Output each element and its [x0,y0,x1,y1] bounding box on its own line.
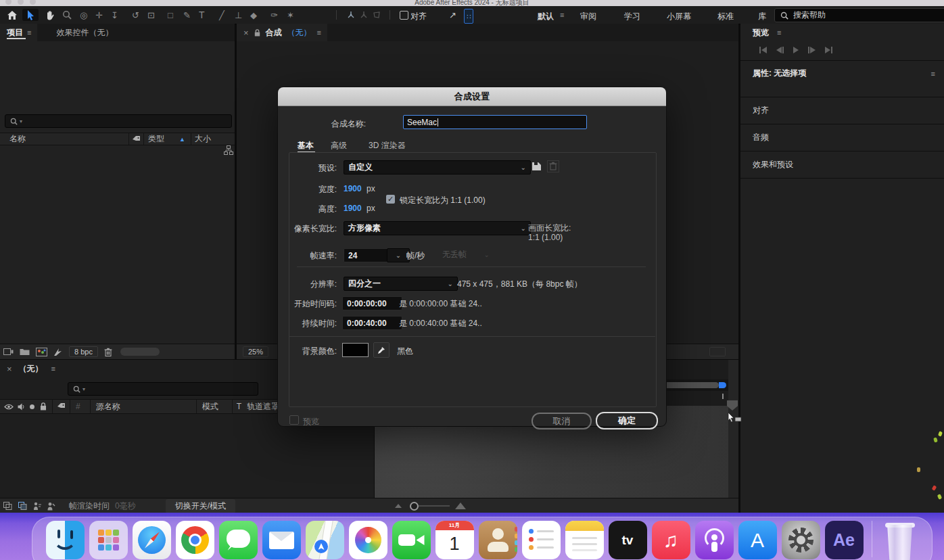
dock-reminders-icon[interactable] [522,521,561,559]
dock-photos-icon[interactable] [349,521,387,559]
dock-after-effects-icon[interactable]: Ae [825,521,864,559]
selection-tool-button[interactable] [22,9,39,21]
panel-menu-icon[interactable]: ≡ [931,70,935,78]
column-number[interactable]: # [76,402,80,411]
workspace-tab-learn[interactable]: 学习 [624,11,640,22]
snap-checkbox[interactable] [399,9,408,21]
type-tool-icon[interactable]: T [199,9,205,21]
dock-launchpad-icon[interactable] [89,521,128,559]
delete-icon[interactable] [104,348,112,356]
hand-tool-button[interactable] [43,9,57,21]
magnification-dropdown[interactable]: 25% [243,346,268,357]
first-frame-button[interactable] [759,47,767,53]
interpret-footage-icon[interactable] [53,348,62,356]
dock-mail-icon[interactable] [262,521,301,559]
dock-calendar-icon[interactable]: 11月 1 [435,521,474,559]
stamp-tool-icon[interactable]: ⊥ [235,9,242,21]
resolution-dropdown[interactable]: 四分之一⌄ [344,277,458,291]
next-frame-button[interactable] [808,47,816,53]
panel-menu-icon[interactable]: ≡ [51,365,55,373]
puppet-pin-tool-icon[interactable]: ✶ [287,9,294,21]
dock-appstore-icon[interactable]: A [738,521,777,559]
frame-rate-input[interactable]: 24 [344,248,394,262]
save-preset-icon[interactable] [531,161,542,172]
timeline-zoom-track[interactable] [419,505,450,507]
previous-frame-button[interactable] [776,47,784,53]
panel-tab-align[interactable]: 对齐 [740,97,944,124]
dock-trash-icon[interactable] [880,521,919,559]
audio-speaker-icon[interactable] [18,403,25,411]
help-search-input[interactable]: 搜索帮助 [774,8,944,22]
lock-icon[interactable] [40,402,47,411]
properties-panel-header[interactable]: 属性: 无选择项 ≡ [740,61,944,97]
timeline-search-input[interactable]: ▾ [68,382,258,396]
home-tool-button[interactable] [5,9,19,21]
workspace-tab-standard[interactable]: 标准 [717,11,734,22]
ok-button[interactable]: 确定 [596,412,658,429]
dock-facetime-icon[interactable] [392,521,431,559]
lock-aspect-checkbox[interactable]: ✓ [386,195,395,204]
graph-editor-icon[interactable] [47,502,55,511]
delete-preset-icon[interactable] [547,160,559,172]
column-size[interactable]: 大小 [195,133,211,145]
launch-arrow-icon[interactable]: ↗ [449,9,456,21]
camera-tool-icon[interactable]: ⊡ [147,9,155,21]
close-icon[interactable]: × [243,28,249,37]
flowchart-icon[interactable] [224,145,233,155]
dock-podcasts-icon[interactable] [695,521,734,559]
world-axis-mode-icon[interactable] [358,9,369,21]
start-timecode-input[interactable]: 0:00:00:00 [342,296,402,310]
height-value[interactable]: 1900 [344,204,362,213]
project-search-input[interactable]: ▾ [5,114,232,128]
preset-dropdown[interactable]: 自定义⌄ [344,160,531,174]
dock-contacts-icon[interactable] [479,521,517,559]
panel-menu-icon[interactable]: ≡ [27,28,30,37]
solo-icon[interactable] [30,404,34,409]
eyedropper-button[interactable] [373,342,390,358]
column-preserve-transparency[interactable]: T [237,402,241,411]
project-settings-icon[interactable] [3,348,14,356]
comp-view-option-icon[interactable] [709,347,726,356]
region-of-interest-icon[interactable]: ∷ [464,9,473,24]
new-folder-icon[interactable] [20,348,30,356]
bg-color-swatch[interactable] [342,343,369,357]
tab-3d-renderer[interactable]: 3D 渲染器 [369,140,406,151]
panel-tab-effects-presets[interactable]: 效果和预设 [740,151,944,179]
eraser-tool-icon[interactable]: ◆ [250,9,257,21]
label-column-icon[interactable] [57,402,66,411]
column-source-name[interactable]: 源名称 [96,401,120,413]
width-value[interactable]: 1900 [344,184,362,193]
dock-safari-icon[interactable] [133,521,171,559]
pixel-aspect-dropdown[interactable]: 方形像素⌄ [344,221,531,235]
roto-brush-tool-icon[interactable]: ✑ [270,9,278,21]
orbit-tool-icon[interactable]: ◎ [80,9,87,21]
preview-panel-header[interactable]: 预览 ≡ [740,24,944,41]
duration-input[interactable]: 0:00:40:00 [342,316,402,330]
column-track-matte[interactable]: 轨道遮罩 [247,401,279,413]
motion-blur-icon[interactable] [18,502,27,510]
tab-basic[interactable]: 基本 [298,140,314,151]
tab-effect-controls[interactable]: 效果控件（无） [56,27,113,39]
view-axis-mode-icon[interactable] [371,9,382,21]
label-column-icon[interactable] [132,135,141,143]
timeline-hscroll-cap[interactable] [719,382,726,388]
dock-maps-icon[interactable] [306,521,344,559]
video-eye-icon[interactable] [4,404,14,410]
frame-blend-icon[interactable] [3,502,12,510]
rotate-tool-icon[interactable]: ↺ [132,9,139,21]
play-button[interactable] [793,47,799,53]
shy-icon[interactable] [33,502,41,511]
zoom-in-mountain-icon[interactable] [455,503,466,509]
dolly-tool-icon[interactable]: ↧ [111,9,118,21]
new-composition-icon[interactable] [36,348,47,356]
close-icon[interactable]: × [7,365,12,373]
last-frame-button[interactable] [825,47,832,53]
local-axis-mode-icon[interactable] [346,9,356,21]
timeline-tab[interactable]: （无） [19,363,43,375]
zoom-out-mountain-icon[interactable] [395,504,402,508]
panel-tab-audio[interactable]: 音频 [740,124,944,151]
timeline-zoom-knob[interactable] [410,502,419,511]
dock-settings-icon[interactable] [782,521,820,559]
sort-ascending-icon[interactable]: ▲ [179,136,185,143]
column-name[interactable]: 名称 [9,133,26,145]
